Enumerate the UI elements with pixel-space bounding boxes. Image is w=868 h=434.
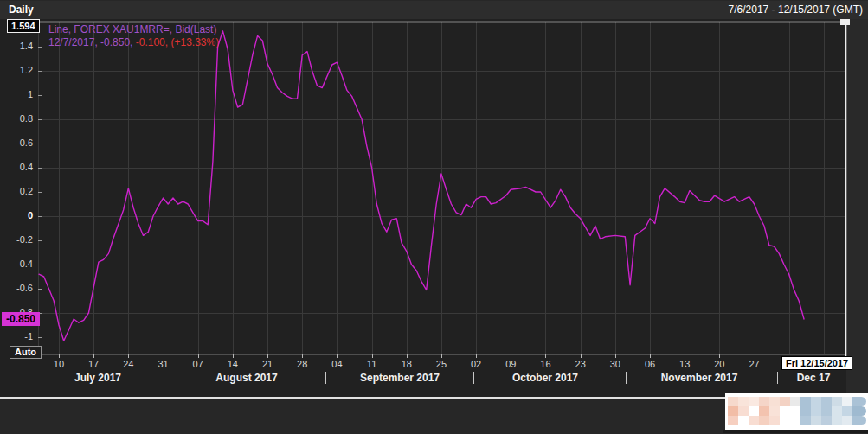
- y-axis-label: 0.6: [2, 137, 33, 148]
- scale-top-badge: 1.594: [7, 19, 40, 33]
- scale-drag-handle[interactable]: [840, 18, 850, 25]
- x-axis-month-label: November 2017: [661, 372, 738, 384]
- watermark-pixel: [769, 397, 780, 406]
- watermark-pixel: [738, 406, 749, 416]
- y-axis-label: 0.4: [2, 162, 33, 172]
- watermark-pixel: [728, 416, 738, 425]
- chart-window: Daily 7/6/2017 - 12/15/2017 (GMT) Line, …: [0, 0, 868, 434]
- watermark-pixel: [832, 397, 842, 406]
- x-axis-week-label: 10: [47, 359, 71, 369]
- watermark-pixel: [749, 416, 759, 425]
- watermark-pixel: [759, 406, 769, 416]
- last-value-badge: -0.850: [2, 312, 40, 326]
- watermark-pixel: [800, 397, 811, 406]
- y-axis-label: 1.4: [2, 41, 33, 51]
- watermark-pixel: [780, 397, 790, 406]
- x-axis-month-label: September 2017: [360, 372, 440, 384]
- y-axis-label: -0.2: [2, 234, 33, 245]
- watermark-pixel: [728, 397, 738, 406]
- watermark-pixel: [811, 397, 821, 406]
- x-axis-week-label: 20: [707, 359, 731, 369]
- watermark-pixel: [790, 416, 800, 425]
- watermark-pixel: [852, 406, 866, 416]
- legend-last-value: 12/7/2017, -0.850,: [48, 36, 132, 48]
- watermark-pixel: [832, 416, 842, 425]
- watermark-pixel: [821, 397, 832, 406]
- legend-values: 12/7/2017, -0.850, -0.100, (+13.33%): [48, 36, 219, 49]
- watermark-pixel: [728, 406, 738, 416]
- month-separator: [473, 372, 474, 384]
- watermark-pixel: [738, 397, 749, 406]
- watermark-pixel: [842, 406, 852, 416]
- auto-scale-button[interactable]: Auto: [10, 346, 42, 359]
- watermark-pixel: [821, 406, 832, 416]
- x-axis-week-label: 16: [533, 359, 557, 369]
- x-axis-week-label: 04: [325, 359, 349, 369]
- y-axis-label: 0.8: [2, 113, 33, 124]
- x-axis-week-label: 21: [255, 359, 280, 369]
- watermark-underline: [723, 430, 868, 433]
- watermark-pixel: [800, 406, 811, 416]
- x-axis-month-label: October 2017: [512, 372, 578, 384]
- legend-series-label: Line, FOREX XAU1MRR=, Bid(Last): [48, 23, 219, 36]
- y-axis-label: 1: [2, 89, 33, 99]
- x-axis-week-label: 11: [360, 359, 384, 369]
- x-axis-week-label: 24: [116, 359, 140, 369]
- x-axis-week-label: 14: [221, 359, 245, 369]
- chart-legend: Line, FOREX XAU1MRR=, Bid(Last) 12/7/201…: [48, 23, 219, 49]
- x-axis-month-label: Dec 17: [797, 372, 831, 384]
- x-axis-week-label: 25: [429, 359, 453, 369]
- x-axis-week-label: 13: [672, 359, 697, 369]
- y-axis-label: 0: [2, 210, 33, 220]
- x-axis-week-label: 28: [290, 359, 314, 369]
- y-axis-label: -0.6: [2, 283, 33, 293]
- vendor-logo-watermark: [725, 393, 868, 430]
- x-axis-week-label: 18: [395, 359, 419, 369]
- x-axis-week-label: 17: [81, 359, 106, 369]
- x-axis-month-label: July 2017: [74, 372, 121, 384]
- x-axis-week-label: 06: [638, 359, 662, 369]
- y-axis-label: -1: [2, 331, 33, 341]
- watermark-pixel: [780, 416, 790, 425]
- watermark-pixel: [738, 416, 749, 425]
- watermark-pixel: [842, 397, 852, 406]
- y-axis-label: -0.4: [2, 258, 33, 269]
- chart-header-bar: Daily 7/6/2017 - 12/15/2017 (GMT): [0, 1, 868, 19]
- end-date-badge[interactable]: Fri 12/15/2017: [781, 356, 852, 370]
- watermark-pixel: [790, 406, 800, 416]
- watermark-pixel: [852, 416, 866, 425]
- watermark-pixel: [780, 406, 790, 416]
- watermark-pixel: [769, 416, 780, 425]
- timeframe-label[interactable]: Daily: [9, 3, 34, 16]
- x-axis-week-label: 07: [186, 359, 210, 369]
- month-separator: [170, 372, 170, 384]
- watermark-pixel: [759, 397, 769, 406]
- date-range-label: 7/6/2017 - 12/15/2017 (GMT): [729, 3, 863, 16]
- watermark-pixel: [759, 416, 769, 425]
- watermark-pixel: [811, 406, 821, 416]
- watermark-pixel: [800, 416, 811, 425]
- x-axis-week-label: 31: [151, 359, 176, 369]
- watermark-pixel: [811, 416, 821, 425]
- watermark-pixel: [749, 397, 759, 406]
- x-axis-week-label: 09: [498, 359, 523, 369]
- watermark-pixel: [832, 406, 842, 416]
- watermark-pixel: [790, 397, 800, 406]
- legend-change-value: -0.100, (+13.33%): [132, 36, 219, 48]
- x-axis-week-label: 23: [569, 359, 593, 369]
- x-axis-week-label: 02: [464, 359, 488, 369]
- watermark-pixel: [842, 416, 852, 425]
- watermark-pixel: [749, 406, 759, 416]
- x-axis-week-label: 30: [603, 359, 627, 369]
- month-separator: [626, 372, 627, 384]
- watermark-pixel: [769, 406, 780, 416]
- y-axis-label: 0.2: [2, 186, 33, 196]
- y-axis-label: 1.2: [2, 65, 33, 75]
- price-line: [39, 31, 804, 341]
- x-axis-week-label: 27: [743, 359, 767, 369]
- watermark-pixel: [852, 397, 866, 406]
- x-axis-month-label: August 2017: [215, 372, 277, 384]
- month-separator: [325, 372, 326, 384]
- watermark-pixel: [821, 416, 832, 425]
- month-separator: [777, 372, 778, 384]
